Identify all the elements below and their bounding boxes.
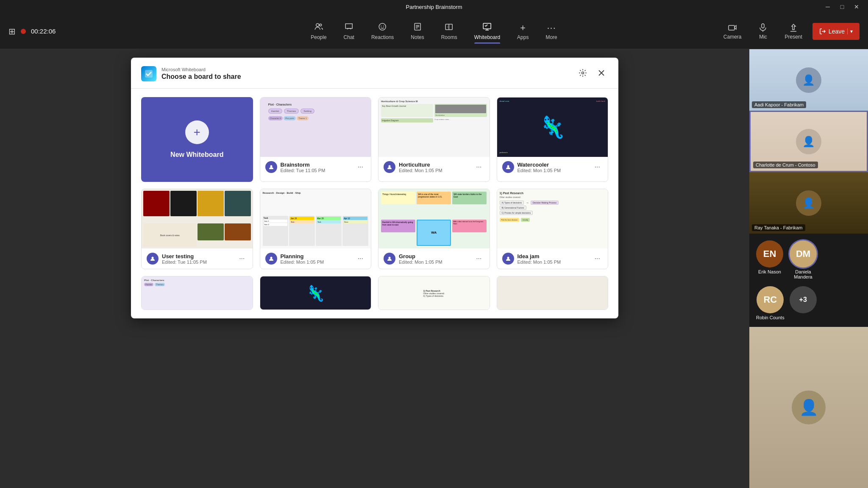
board-name-idea-jam: Idea jam [517, 253, 561, 259]
board-avatar-user-testing [147, 253, 159, 265]
settings-button[interactable] [576, 66, 590, 80]
board-more-horticulture[interactable]: ··· [473, 162, 484, 172]
board-thumb-planning: Research · Design · Build · Ship Task It… [260, 189, 371, 248]
nav-reactions[interactable]: Reactions [363, 19, 402, 44]
nav-reactions-label: Reactions [371, 34, 394, 40]
whiteboard-modal: Microsoft Whiteboard Choose a board to s… [131, 58, 618, 318]
participant-name-ray: Ray Tanaka - Fabrikam [752, 224, 805, 231]
board-more-idea-jam[interactable]: ··· [592, 254, 603, 263]
board-footer-planning: Planning Edited: Mon 1:05 PM ··· [260, 248, 371, 269]
participants-small-row2: RC Robin Counts +3 [749, 286, 868, 327]
mic-button[interactable]: Mic [751, 20, 774, 43]
title-bar-title: Partnership Brainstorm [406, 4, 462, 10]
board-footer-watercooler: Watercooler Edited: Mon 1:05 PM ··· [497, 157, 608, 177]
nav-people[interactable]: People [302, 19, 335, 44]
nav-apps-label: Apps [517, 34, 529, 40]
whiteboard-icon [482, 22, 492, 33]
board-card-row3-2[interactable]: 🦎 [260, 276, 372, 310]
maximize-button[interactable]: □ [837, 2, 847, 11]
board-card-row3-1[interactable]: Plot · Characters Hamlet Themes [141, 276, 253, 310]
svg-point-2 [379, 23, 386, 30]
camera-button[interactable]: Camera [717, 20, 748, 43]
modal-title: Choose a board to share [161, 73, 241, 81]
board-edited-brainstorm: Edited: Tue 11:05 PM [281, 168, 326, 173]
board-edited-planning: Edited: Mon 1:05 PM [281, 259, 324, 265]
board-card-row3-4[interactable] [497, 276, 609, 310]
nav-center: People Chat Reactions [302, 19, 566, 44]
board-thumb-watercooler: 🦎 dorsal crest turtle back proboscis [497, 98, 608, 157]
board-thumb-user-testing: Book covers & notes [142, 189, 253, 248]
board-card-brainstorm[interactable]: Plot · Characters Hamlet Themes Setting … [260, 97, 372, 182]
participant-video-charlotte: 👤 Charlotte de Crum - Contoso [749, 111, 868, 172]
camera-label: Camera [723, 34, 742, 40]
bottom-video-bg: 👤 [749, 327, 868, 488]
participant-small-more[interactable]: +3 [790, 286, 817, 320]
window-close-button[interactable]: ✕ [852, 2, 861, 11]
board-more-brainstorm[interactable]: ··· [355, 162, 366, 172]
chat-icon [344, 22, 353, 33]
new-whiteboard-card[interactable]: + New Whiteboard [141, 97, 253, 182]
svg-point-3 [381, 26, 382, 27]
leave-chevron[interactable]: ▾ [847, 28, 853, 34]
board-edited-watercooler: Edited: Mon 1:05 PM [517, 168, 561, 173]
svg-point-26 [507, 257, 509, 259]
board-name-watercooler: Watercooler [517, 162, 561, 168]
timer-display: 00:22:06 [31, 28, 56, 35]
board-thumb-horticulture: Horticulture & Crop Science III Soy Bean… [378, 98, 490, 157]
nav-notes[interactable]: Notes [402, 19, 432, 44]
board-footer-brainstorm: Brainstorm Edited: Tue 11:05 PM ··· [260, 157, 371, 177]
nav-rooms[interactable]: Rooms [433, 19, 466, 44]
board-card-user-testing[interactable]: Book covers & notes [141, 189, 253, 269]
participant-name-charlotte: Charlotte de Crum - Contoso [753, 162, 818, 168]
board-card-idea-jam[interactable]: 1) Past Research Other studies covered: … [497, 189, 609, 269]
board-name-user-testing: User testing [162, 253, 207, 259]
board-edited-group: Edited: Mon 1:05 PM [399, 259, 442, 265]
board-more-user-testing[interactable]: ··· [236, 254, 247, 263]
leave-button[interactable]: Leave ▾ [812, 23, 860, 40]
leave-label: Leave [829, 28, 845, 35]
board-more-planning[interactable]: ··· [355, 254, 366, 263]
participant-name-aadi: Aadi Kapoor - Fabrikam [752, 101, 806, 108]
board-thumb-row3-1: Plot · Characters Hamlet Themes [142, 276, 253, 310]
minimize-button[interactable]: ─ [823, 2, 832, 11]
board-more-group[interactable]: ··· [473, 254, 484, 263]
people-icon [314, 22, 323, 33]
board-card-watercooler[interactable]: 🦎 dorsal crest turtle back proboscis [497, 97, 609, 182]
board-card-planning[interactable]: Research · Design · Build · Ship Task It… [260, 189, 372, 269]
board-avatar-idea-jam [502, 253, 514, 265]
boards-grid: + New Whiteboard Plot · Characters Hamle… [141, 97, 608, 310]
modal-close-button[interactable] [595, 66, 608, 80]
board-thumb-group: Things I found interesting WA is one of … [378, 189, 490, 248]
modal-header-right [576, 66, 608, 80]
nav-more[interactable]: ··· More [537, 20, 565, 44]
bottom-video: 👤 [749, 327, 868, 488]
board-edited-user-testing: Edited: Tue 11:05 PM [162, 259, 207, 265]
svg-rect-11 [483, 23, 491, 29]
nav-chat[interactable]: Chat [335, 19, 363, 44]
recording-indicator [21, 29, 26, 34]
title-bar: Partnership Brainstorm ─ □ ✕ [0, 0, 868, 14]
board-card-row3-3[interactable]: 1) Past Research Other studies covered: … [378, 276, 490, 310]
avatar-daniela: DM [790, 240, 817, 268]
nav-rooms-label: Rooms [441, 34, 457, 40]
svg-rect-15 [762, 24, 764, 28]
board-more-watercooler[interactable]: ··· [592, 162, 603, 172]
avatar-robin: RC [757, 286, 784, 313]
more-icon: ··· [547, 23, 556, 33]
present-label: Present [785, 34, 802, 40]
nav-whiteboard-label: Whiteboard [474, 34, 500, 40]
title-bar-controls: ─ □ ✕ [823, 2, 861, 11]
modal-body: + New Whiteboard Plot · Characters Hamle… [131, 89, 618, 318]
nav-apps[interactable]: + Apps [509, 20, 537, 44]
nav-notes-label: Notes [411, 34, 424, 40]
new-board-label: New Whiteboard [170, 151, 223, 159]
toolbar: ⊞ 00:22:06 People Chat [0, 14, 868, 49]
avatar-erik: EN [756, 240, 783, 268]
board-card-horticulture[interactable]: Horticulture & Crop Science III Soy Bean… [378, 97, 490, 182]
more-participants-badge[interactable]: +3 [790, 286, 817, 313]
board-edited-horticulture: Edited: Mon 1:05 PM [399, 168, 442, 173]
grid-icon[interactable]: ⊞ [8, 26, 16, 36]
present-button[interactable]: Present [778, 20, 809, 43]
board-card-group[interactable]: Things I found interesting WA is one of … [378, 189, 490, 269]
nav-whiteboard[interactable]: Whiteboard [466, 19, 509, 44]
